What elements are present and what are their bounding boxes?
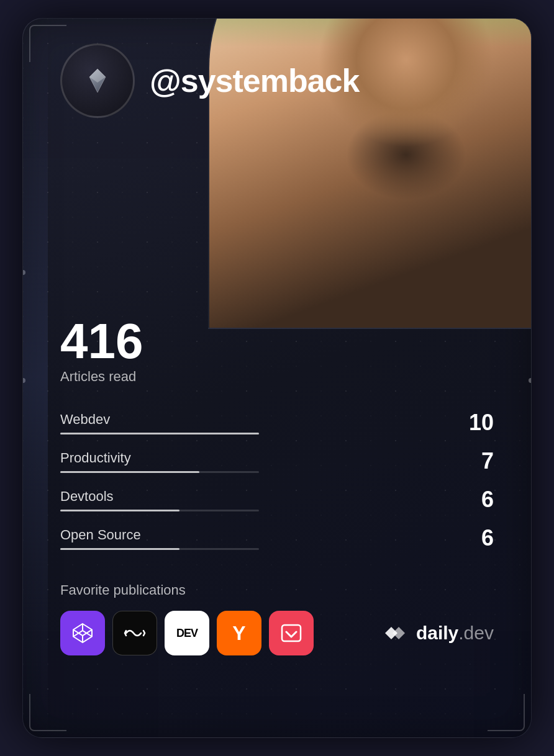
category-name-opensource: Open Source: [60, 527, 456, 543]
corner-decoration-bl: [29, 694, 66, 731]
category-bar-fill-devtools: [60, 510, 179, 511]
logo-circle: [60, 43, 135, 118]
publication-icon-codepen: [60, 611, 105, 655]
dev-label: DEV: [176, 627, 198, 640]
category-name-productivity: Productivity: [60, 450, 456, 466]
categories-list: Webdev 10 Productivity 7: [60, 410, 494, 564]
publication-icon-freecodecamp: [112, 611, 157, 655]
category-bar-fill-opensource: [60, 548, 179, 550]
category-bar-bg-webdev: [60, 433, 259, 434]
articles-count: 416: [60, 317, 494, 366]
daily-dev-logo: daily.dev: [380, 622, 494, 644]
publications-label: Favorite publications: [60, 582, 494, 598]
publications-icons: DEV Y: [60, 611, 494, 655]
dev-suffix: .dev: [458, 623, 494, 643]
profile-card: @systemback 416 Articles read Webdev 10: [22, 18, 532, 738]
category-count-webdev: 10: [456, 410, 494, 436]
category-bar-bg-productivity: [60, 471, 259, 473]
category-bar-bg-opensource: [60, 548, 259, 550]
category-count-opensource: 6: [456, 525, 494, 551]
publications-section: Favorite publications: [60, 582, 494, 655]
category-count-devtools: 6: [456, 487, 494, 513]
publication-icon-hackernews: Y: [217, 611, 261, 655]
category-name-webdev: Webdev: [60, 412, 456, 428]
hn-label: Y: [232, 622, 245, 645]
category-info-devtools: Devtools: [60, 488, 456, 511]
daily-text: daily: [416, 623, 458, 643]
category-row-webdev: Webdev 10: [60, 410, 494, 436]
category-info-webdev: Webdev: [60, 412, 456, 434]
category-info-productivity: Productivity: [60, 450, 456, 473]
daily-dev-text: daily.dev: [416, 623, 494, 644]
category-count-productivity: 7: [456, 448, 494, 474]
category-name-devtools: Devtools: [60, 488, 456, 505]
profile-header: @systemback: [60, 43, 494, 118]
daily-dev-icon: [380, 622, 410, 644]
category-bar-bg-devtools: [60, 510, 259, 511]
corner-decoration-br: [488, 694, 525, 731]
category-row-opensource: Open Source 6: [60, 525, 494, 551]
category-bar-fill-productivity: [60, 471, 199, 473]
publication-icon-dev: DEV: [165, 611, 209, 655]
articles-label: Articles read: [60, 369, 494, 385]
svg-rect-2: [282, 625, 301, 641]
category-bar-fill-webdev: [60, 433, 259, 434]
diamond-icon: [81, 64, 114, 97]
category-row-devtools: Devtools 6: [60, 487, 494, 513]
category-row-productivity: Productivity 7: [60, 448, 494, 474]
username: @systemback: [150, 62, 359, 99]
publication-icon-pocket: [269, 611, 314, 655]
stats-section: 416 Articles read Webdev 10 Productivity: [60, 317, 494, 655]
category-info-opensource: Open Source: [60, 527, 456, 550]
